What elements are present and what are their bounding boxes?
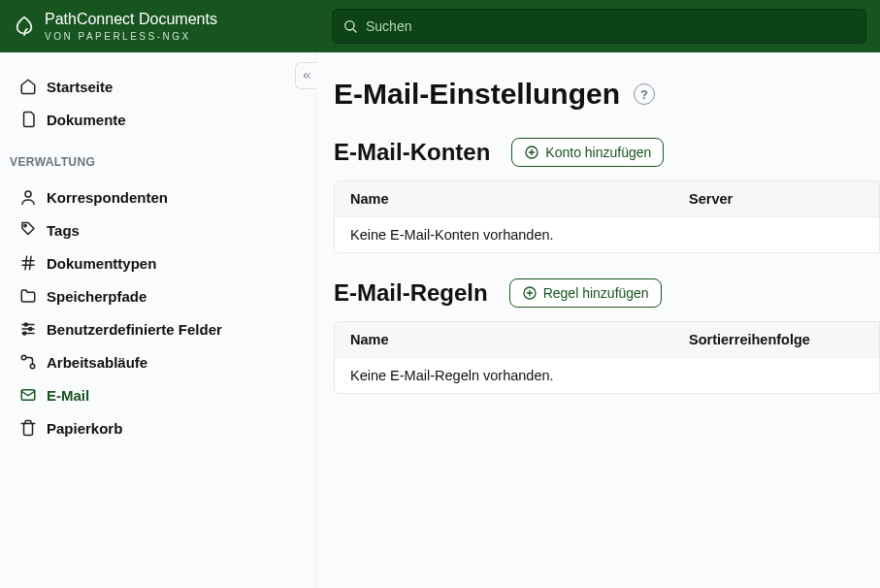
sidebar-item-label: Dokumente	[47, 112, 126, 128]
home-icon	[19, 78, 37, 95]
table-header: Name Sortierreihenfolge	[335, 322, 879, 357]
sidebar-item-tags[interactable]: Tags	[10, 213, 306, 246]
col-server: Server	[689, 191, 864, 207]
col-name: Name	[350, 191, 689, 207]
svg-point-0	[345, 21, 354, 30]
mail-icon	[19, 386, 37, 404]
col-order: Sortierreihenfolge	[689, 332, 864, 347]
svg-line-6	[30, 256, 32, 270]
rules-title: E-Mail-Regeln	[334, 279, 488, 307]
brand-block[interactable]: PathConnect Documents VON PAPERLESS-NGX	[14, 11, 322, 42]
sidebar-item-correspondents[interactable]: Korrespondenten	[10, 180, 306, 213]
rules-table: Name Sortierreihenfolge Keine E-Mail-Reg…	[334, 321, 880, 394]
col-name: Name	[350, 332, 689, 347]
plus-circle-icon	[522, 285, 538, 301]
accounts-empty-text: Keine E-Mail-Konten vorhanden.	[350, 227, 689, 243]
sidebar-item-label: Dokumenttypen	[47, 255, 156, 272]
main-content: E-Mail-Einstellungen ? E-Mail-Konten Kon…	[316, 52, 880, 588]
sidebar-heading-admin: VERWALTUNG	[0, 140, 315, 177]
table-header: Name Server	[335, 181, 879, 216]
sidebar-item-label: Speicherpfade	[47, 288, 147, 305]
sidebar: Startseite Dokumente VERWALTUNG Korrespo…	[0, 52, 316, 588]
accounts-table: Name Server Keine E-Mail-Konten vorhande…	[334, 180, 880, 253]
search-input[interactable]	[366, 18, 856, 34]
workflow-icon	[19, 353, 37, 371]
add-rule-button[interactable]: Regel hinzufügen	[509, 278, 662, 308]
hash-icon	[19, 254, 37, 272]
chevron-double-left-icon	[301, 70, 312, 82]
sidebar-item-trash[interactable]: Papierkorb	[10, 411, 306, 444]
search-field[interactable]	[332, 9, 866, 44]
button-label: Regel hinzufügen	[543, 285, 649, 301]
plus-circle-icon	[524, 145, 539, 160]
folder-icon	[19, 287, 37, 305]
tag-icon	[19, 221, 37, 239]
sidebar-item-doctypes[interactable]: Dokumenttypen	[10, 246, 306, 279]
svg-line-5	[25, 256, 27, 270]
sidebar-item-storagepaths[interactable]: Speicherpfade	[10, 279, 306, 312]
accounts-title: E-Mail-Konten	[334, 139, 490, 166]
svg-point-1	[25, 191, 31, 197]
sidebar-collapse-button[interactable]	[295, 62, 316, 89]
leaf-icon	[14, 16, 35, 37]
trash-icon	[19, 419, 37, 437]
svg-point-2	[24, 224, 26, 226]
sidebar-item-workflows[interactable]: Arbeitsabläufe	[10, 345, 306, 378]
sidebar-item-documents[interactable]: Dokumente	[10, 103, 306, 136]
page-title: E-Mail-Einstellungen	[334, 78, 620, 111]
sidebar-item-label: Arbeitsabläufe	[47, 354, 147, 371]
sidebar-item-label: Tags	[47, 222, 80, 239]
brand-subtitle: VON PAPERLESS-NGX	[45, 31, 217, 42]
sidebar-item-customfields[interactable]: Benutzerdefinierte Felder	[10, 312, 306, 345]
person-icon	[19, 188, 37, 206]
email-rules-section: E-Mail-Regeln Regel hinzufügen Name Sort…	[334, 278, 880, 394]
table-row: Keine E-Mail-Regeln vorhanden.	[335, 357, 879, 393]
page-title-row: E-Mail-Einstellungen ?	[334, 78, 880, 111]
sidebar-item-label: Startseite	[47, 79, 113, 95]
documents-icon	[19, 111, 37, 128]
add-account-button[interactable]: Konto hinzufügen	[511, 138, 664, 167]
table-row: Keine E-Mail-Konten vorhanden.	[335, 216, 879, 252]
question-icon: ?	[640, 87, 648, 102]
sidebar-item-email[interactable]: E-Mail	[10, 378, 306, 411]
sidebar-item-label: Papierkorb	[47, 420, 122, 437]
button-label: Konto hinzufügen	[545, 145, 651, 160]
rules-empty-text: Keine E-Mail-Regeln vorhanden.	[350, 368, 689, 383]
sidebar-item-label: Benutzerdefinierte Felder	[47, 321, 222, 338]
sidebar-item-label: E-Mail	[47, 387, 89, 404]
sliders-icon	[19, 320, 37, 338]
sidebar-item-label: Korrespondenten	[47, 189, 168, 206]
email-accounts-section: E-Mail-Konten Konto hinzufügen Name Serv…	[334, 138, 880, 253]
brand-title: PathConnect Documents	[45, 11, 217, 28]
search-icon	[342, 18, 358, 34]
help-button[interactable]: ?	[634, 83, 655, 105]
topbar: PathConnect Documents VON PAPERLESS-NGX	[0, 0, 880, 52]
sidebar-item-home[interactable]: Startseite	[10, 70, 306, 103]
